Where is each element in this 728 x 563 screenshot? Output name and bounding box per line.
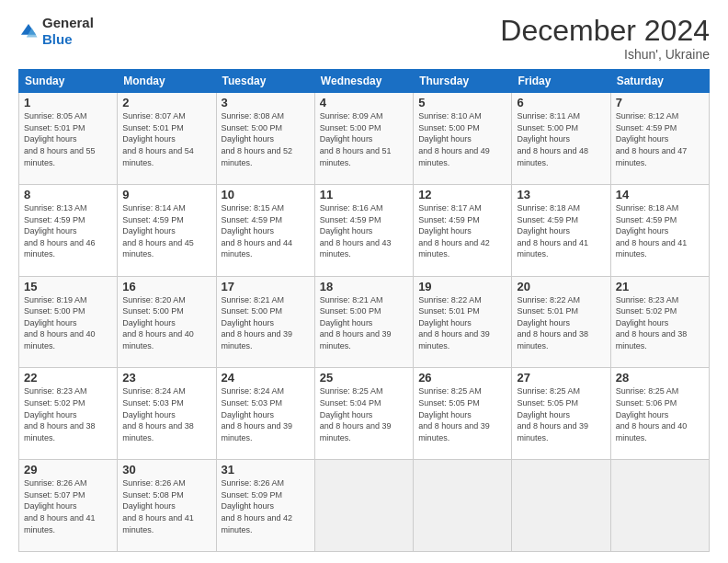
calendar-cell: 3Sunrise: 8:08 AMSunset: 5:00 PMDaylight… — [216, 93, 314, 185]
day-info: Sunrise: 8:09 AMSunset: 5:00 PMDaylight … — [320, 111, 392, 167]
day-info: Sunrise: 8:17 AMSunset: 4:59 PMDaylight … — [418, 203, 490, 259]
logo-icon — [18, 21, 39, 41]
calendar-cell: 18Sunrise: 8:21 AMSunset: 5:00 PMDayligh… — [314, 276, 413, 368]
calendar-cell: 15Sunrise: 8:19 AMSunset: 5:00 PMDayligh… — [19, 276, 118, 368]
day-info: Sunrise: 8:10 AMSunset: 5:00 PMDaylight … — [418, 111, 490, 167]
day-info: Sunrise: 8:25 AMSunset: 5:05 PMDaylight … — [418, 386, 490, 442]
day-number: 10 — [222, 188, 310, 201]
calendar-cell: 19Sunrise: 8:22 AMSunset: 5:01 PMDayligh… — [414, 276, 512, 368]
calendar-cell — [512, 460, 610, 552]
day-number: 2 — [122, 96, 210, 109]
day-info: Sunrise: 8:12 AMSunset: 4:59 PMDaylight … — [616, 111, 688, 167]
day-info: Sunrise: 8:07 AMSunset: 5:01 PMDaylight … — [122, 111, 194, 167]
logo-blue: Blue — [42, 31, 73, 47]
day-info: Sunrise: 8:26 AMSunset: 5:07 PMDaylight … — [24, 478, 96, 534]
weekday-header-row: Sunday Monday Tuesday Wednesday Thursday… — [19, 70, 710, 93]
calendar-cell: 30Sunrise: 8:26 AMSunset: 5:08 PMDayligh… — [118, 460, 216, 552]
calendar-cell — [610, 460, 709, 552]
header-friday: Friday — [512, 70, 610, 93]
day-number: 5 — [418, 96, 506, 109]
day-info: Sunrise: 8:25 AMSunset: 5:06 PMDaylight … — [616, 386, 688, 442]
day-number: 26 — [418, 371, 506, 385]
day-info: Sunrise: 8:11 AMSunset: 5:00 PMDaylight … — [517, 111, 588, 167]
calendar-cell: 1Sunrise: 8:05 AMSunset: 5:01 PMDaylight… — [19, 93, 118, 185]
header-saturday: Saturday — [610, 70, 709, 93]
calendar-cell — [314, 460, 413, 552]
day-number: 17 — [222, 280, 310, 293]
day-info: Sunrise: 8:26 AMSunset: 5:09 PMDaylight … — [222, 478, 293, 534]
calendar-cell: 14Sunrise: 8:18 AMSunset: 4:59 PMDayligh… — [610, 184, 709, 276]
calendar-week-row: 29Sunrise: 8:26 AMSunset: 5:07 PMDayligh… — [19, 460, 710, 552]
calendar-cell: 31Sunrise: 8:26 AMSunset: 5:09 PMDayligh… — [216, 460, 314, 552]
day-info: Sunrise: 8:08 AMSunset: 5:00 PMDaylight … — [222, 111, 293, 167]
day-info: Sunrise: 8:14 AMSunset: 4:59 PMDaylight … — [122, 203, 194, 259]
day-info: Sunrise: 8:23 AMSunset: 5:02 PMDaylight … — [616, 295, 688, 350]
calendar-cell: 11Sunrise: 8:16 AMSunset: 4:59 PMDayligh… — [314, 184, 413, 276]
day-number: 22 — [24, 371, 112, 385]
day-info: Sunrise: 8:25 AMSunset: 5:04 PMDaylight … — [320, 386, 392, 442]
calendar-week-row: 1Sunrise: 8:05 AMSunset: 5:01 PMDaylight… — [19, 93, 710, 185]
day-info: Sunrise: 8:15 AMSunset: 4:59 PMDaylight … — [222, 203, 293, 259]
calendar-week-row: 8Sunrise: 8:13 AMSunset: 4:59 PMDaylight… — [19, 184, 710, 276]
day-number: 6 — [517, 96, 605, 109]
day-number: 24 — [222, 371, 310, 385]
calendar-cell — [414, 460, 512, 552]
calendar-cell: 28Sunrise: 8:25 AMSunset: 5:06 PMDayligh… — [610, 368, 709, 460]
calendar-cell: 5Sunrise: 8:10 AMSunset: 5:00 PMDaylight… — [414, 93, 512, 185]
day-number: 19 — [418, 280, 506, 293]
day-number: 16 — [122, 280, 210, 293]
day-number: 21 — [616, 280, 704, 293]
calendar-cell: 27Sunrise: 8:25 AMSunset: 5:05 PMDayligh… — [512, 368, 610, 460]
day-number: 30 — [122, 463, 210, 477]
location: Ishun', Ukraine — [500, 47, 710, 62]
header-thursday: Thursday — [414, 70, 512, 93]
title-block: December 2024 Ishun', Ukraine — [500, 15, 710, 62]
day-number: 25 — [320, 371, 408, 385]
day-number: 23 — [122, 371, 210, 385]
day-info: Sunrise: 8:23 AMSunset: 5:02 PMDaylight … — [24, 386, 96, 442]
calendar-cell: 7Sunrise: 8:12 AMSunset: 4:59 PMDaylight… — [610, 93, 709, 185]
day-number: 18 — [320, 280, 408, 293]
logo-general: General — [42, 15, 94, 30]
calendar-week-row: 22Sunrise: 8:23 AMSunset: 5:02 PMDayligh… — [19, 368, 710, 460]
day-info: Sunrise: 8:16 AMSunset: 4:59 PMDaylight … — [320, 203, 392, 259]
month-title: December 2024 — [500, 15, 710, 47]
day-info: Sunrise: 8:13 AMSunset: 4:59 PMDaylight … — [24, 203, 96, 259]
page: General Blue December 2024 Ishun', Ukrai… — [0, 0, 728, 563]
calendar-cell: 16Sunrise: 8:20 AMSunset: 5:00 PMDayligh… — [118, 276, 216, 368]
day-info: Sunrise: 8:19 AMSunset: 5:00 PMDaylight … — [24, 295, 96, 350]
calendar-cell: 22Sunrise: 8:23 AMSunset: 5:02 PMDayligh… — [19, 368, 118, 460]
day-info: Sunrise: 8:18 AMSunset: 4:59 PMDaylight … — [616, 203, 688, 259]
day-info: Sunrise: 8:22 AMSunset: 5:01 PMDaylight … — [418, 295, 490, 350]
day-number: 9 — [122, 188, 210, 201]
day-info: Sunrise: 8:25 AMSunset: 5:05 PMDaylight … — [517, 386, 588, 442]
day-number: 13 — [517, 188, 605, 201]
header-sunday: Sunday — [19, 70, 118, 93]
calendar-cell: 25Sunrise: 8:25 AMSunset: 5:04 PMDayligh… — [314, 368, 413, 460]
calendar-cell: 21Sunrise: 8:23 AMSunset: 5:02 PMDayligh… — [610, 276, 709, 368]
calendar-cell: 8Sunrise: 8:13 AMSunset: 4:59 PMDaylight… — [19, 184, 118, 276]
day-number: 12 — [418, 188, 506, 201]
calendar-cell: 10Sunrise: 8:15 AMSunset: 4:59 PMDayligh… — [216, 184, 314, 276]
day-number: 11 — [320, 188, 408, 201]
calendar-week-row: 15Sunrise: 8:19 AMSunset: 5:00 PMDayligh… — [19, 276, 710, 368]
day-number: 3 — [222, 96, 310, 109]
calendar-cell: 2Sunrise: 8:07 AMSunset: 5:01 PMDaylight… — [118, 93, 216, 185]
header: General Blue December 2024 Ishun', Ukrai… — [18, 15, 710, 62]
day-number: 8 — [24, 188, 112, 201]
calendar-cell: 24Sunrise: 8:24 AMSunset: 5:03 PMDayligh… — [216, 368, 314, 460]
calendar-cell: 17Sunrise: 8:21 AMSunset: 5:00 PMDayligh… — [216, 276, 314, 368]
day-number: 31 — [222, 463, 310, 477]
day-info: Sunrise: 8:18 AMSunset: 4:59 PMDaylight … — [517, 203, 588, 259]
day-info: Sunrise: 8:24 AMSunset: 5:03 PMDaylight … — [222, 386, 293, 442]
calendar-cell: 12Sunrise: 8:17 AMSunset: 4:59 PMDayligh… — [414, 184, 512, 276]
calendar-cell: 9Sunrise: 8:14 AMSunset: 4:59 PMDaylight… — [118, 184, 216, 276]
calendar-cell: 20Sunrise: 8:22 AMSunset: 5:01 PMDayligh… — [512, 276, 610, 368]
calendar-cell: 6Sunrise: 8:11 AMSunset: 5:00 PMDaylight… — [512, 93, 610, 185]
day-number: 1 — [24, 96, 112, 109]
calendar: Sunday Monday Tuesday Wednesday Thursday… — [18, 69, 710, 552]
calendar-cell: 4Sunrise: 8:09 AMSunset: 5:00 PMDaylight… — [314, 93, 413, 185]
logo-text: General Blue — [42, 15, 94, 48]
header-wednesday: Wednesday — [314, 70, 413, 93]
day-number: 4 — [320, 96, 408, 109]
